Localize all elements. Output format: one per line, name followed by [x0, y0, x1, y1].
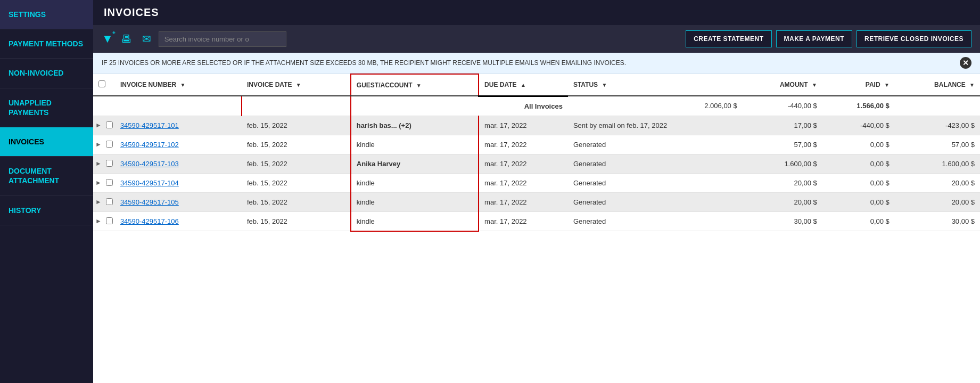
row-checkbox[interactable]: [106, 160, 113, 167]
row-checkbox[interactable]: [106, 179, 113, 186]
row-checkbox[interactable]: [106, 217, 113, 224]
search-input[interactable]: [159, 31, 286, 47]
main-content: INVOICES ▼ + 🖶 ✉ CREATE STATEMENT MAKE A…: [93, 0, 980, 383]
email-icon[interactable]: ✉: [139, 30, 154, 47]
row-checkbox[interactable]: [106, 121, 113, 128]
paid-cell: 0,00 $: [822, 211, 895, 231]
row-expander-icon[interactable]: ►: [95, 141, 104, 148]
row-expander-icon[interactable]: ►: [95, 179, 104, 186]
make-payment-button[interactable]: MAKE A PAYMENT: [776, 30, 852, 47]
invoice-number-cell[interactable]: 34590-429517-106: [115, 211, 242, 231]
amount-cell: 1.600,00 $: [743, 154, 822, 173]
balance-cell: 30,00 $: [895, 211, 980, 231]
summary-spacer: [93, 96, 242, 116]
summary-spacer3: [351, 96, 479, 116]
sidebar-item-invoices[interactable]: INVOICES: [0, 127, 93, 157]
row-checkbox[interactable]: [106, 198, 113, 205]
toolbar: ▼ + 🖶 ✉ CREATE STATEMENT MAKE A PAYMENT …: [93, 25, 980, 53]
due-date-header[interactable]: DUE DATE ▲: [479, 74, 568, 96]
close-banner-button[interactable]: ✕: [960, 57, 971, 69]
row-expander-cell: ►: [93, 174, 115, 192]
due-date-cell: mar. 17, 2022: [479, 116, 568, 135]
invoice-number-header[interactable]: INVOICE NUMBER ▼: [115, 74, 242, 96]
invoice-number-cell[interactable]: 34590-429517-105: [115, 192, 242, 211]
row-expander-icon[interactable]: ►: [95, 217, 104, 225]
filter-icon[interactable]: ▼ +: [102, 32, 113, 46]
sidebar-item-document-attachment[interactable]: DOCUMENT ATTACHMENT: [0, 157, 93, 195]
balance-cell: -423,00 $: [895, 116, 980, 135]
sidebar-item-history[interactable]: HISTORY: [0, 196, 93, 225]
row-expander-icon[interactable]: ►: [95, 121, 104, 129]
table-row: ► 34590-429517-106 feb. 15, 2022 kindle …: [93, 211, 980, 231]
sidebar-item-payment-methods[interactable]: PAYMENT METHODS: [0, 29, 93, 59]
balance-header[interactable]: BALANCE ▼: [895, 74, 980, 96]
paid-cell: 0,00 $: [822, 173, 895, 192]
invoice-date-header[interactable]: INVOICE DATE ▼: [242, 74, 351, 96]
row-expander-cell: ►: [93, 212, 115, 230]
invoice-date-cell: feb. 15, 2022: [242, 116, 351, 135]
invoice-number-link[interactable]: 34590-429517-106: [120, 217, 179, 225]
page-header: INVOICES: [93, 0, 980, 25]
summary-paid: -440,00 $: [743, 96, 822, 116]
paid-cell: 0,00 $: [822, 154, 895, 173]
amount-cell: 30,00 $: [743, 211, 822, 231]
table-row: ► 34590-429517-105 feb. 15, 2022 kindle …: [93, 192, 980, 211]
paid-cell: 0,00 $: [822, 135, 895, 154]
retrieve-closed-invoices-button[interactable]: RETRIEVE CLOSED INVOICES: [857, 30, 971, 47]
row-expander-icon[interactable]: ►: [95, 198, 104, 206]
select-all-checkbox[interactable]: [98, 80, 105, 87]
status-sort-icon: ▼: [602, 82, 607, 88]
paid-header[interactable]: PAID ▼: [822, 74, 895, 96]
amount-cell: 17,00 $: [743, 116, 822, 135]
amount-cell: 20,00 $: [743, 173, 822, 192]
print-icon[interactable]: 🖶: [118, 31, 135, 47]
guest-account-sort-icon: ▼: [416, 83, 422, 88]
due-date-cell: mar. 17, 2022: [479, 154, 568, 173]
invoice-number-link[interactable]: 34590-429517-102: [120, 141, 179, 149]
due-date-cell: mar. 17, 2022: [479, 135, 568, 154]
paid-sort-icon: ▼: [884, 82, 890, 88]
guest-account-cell: Anika Harvey: [351, 154, 479, 173]
select-all-header: [93, 74, 115, 96]
invoice-date-cell: feb. 15, 2022: [242, 173, 351, 192]
paid-cell: -440,00 $: [822, 116, 895, 135]
invoice-date-cell: feb. 15, 2022: [242, 154, 351, 173]
table-row: ► 34590-429517-102 feb. 15, 2022 kindle …: [93, 135, 980, 154]
due-date-cell: mar. 17, 2022: [479, 192, 568, 211]
sidebar-item-unapplied-payments[interactable]: UNAPPLIED PAYMENTS: [0, 88, 93, 127]
invoices-table-container: INVOICE NUMBER ▼ INVOICE DATE ▼ GUEST/AC…: [93, 74, 980, 383]
guest-account-cell: kindle: [351, 173, 479, 192]
table-row: ► 34590-429517-103 feb. 15, 2022 Anika H…: [93, 154, 980, 173]
row-expander-icon[interactable]: ►: [95, 160, 104, 167]
invoice-number-link[interactable]: 34590-429517-101: [120, 121, 179, 129]
summary-balance: 1.566,00 $: [822, 96, 895, 116]
amount-cell: 57,00 $: [743, 135, 822, 154]
sidebar-item-non-invoiced[interactable]: NON-INVOICED: [0, 59, 93, 88]
status-cell: Generated: [568, 211, 743, 231]
status-header[interactable]: STATUS ▼: [568, 74, 743, 96]
invoice-date-cell: feb. 15, 2022: [242, 192, 351, 211]
create-statement-button[interactable]: CREATE STATEMENT: [686, 30, 771, 47]
invoice-number-cell[interactable]: 34590-429517-102: [115, 135, 242, 154]
page-title: INVOICES: [104, 6, 159, 18]
filter-funnel-icon: ▼: [102, 32, 113, 46]
invoice-number-cell[interactable]: 34590-429517-103: [115, 154, 242, 173]
invoice-number-link[interactable]: 34590-429517-105: [120, 198, 179, 206]
invoice-number-cell[interactable]: 34590-429517-101: [115, 116, 242, 135]
invoice-number-link[interactable]: 34590-429517-104: [120, 179, 179, 187]
row-expander-cell: ►: [93, 135, 115, 153]
due-date-cell: mar. 17, 2022: [479, 211, 568, 231]
row-checkbox[interactable]: [106, 141, 113, 148]
amount-header[interactable]: AMOUNT ▼: [743, 74, 822, 96]
invoices-table: INVOICE NUMBER ▼ INVOICE DATE ▼ GUEST/AC…: [93, 74, 980, 232]
guest-account-header[interactable]: GUEST/ACCOUNT ▼: [351, 74, 479, 96]
amount-sort-icon: ▼: [812, 82, 817, 88]
invoice-number-cell[interactable]: 34590-429517-104: [115, 173, 242, 192]
guest-account-cell: kindle: [351, 192, 479, 211]
status-cell: Generated: [568, 173, 743, 192]
invoice-number-link[interactable]: 34590-429517-103: [120, 160, 179, 168]
info-banner-text: IF 25 INVOICES OR MORE ARE SELECTED OR I…: [102, 59, 960, 67]
due-date-cell: mar. 17, 2022: [479, 173, 568, 192]
status-cell: Generated: [568, 154, 743, 173]
sidebar-item-settings[interactable]: SETTINGS: [0, 0, 93, 29]
